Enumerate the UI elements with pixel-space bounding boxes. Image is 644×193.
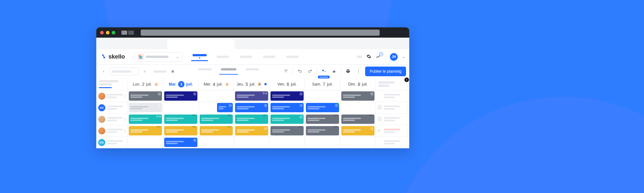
schedule-cell[interactable]: [305, 102, 340, 114]
schedule-cell[interactable]: [234, 137, 270, 148]
view-tab[interactable]: [243, 68, 262, 75]
nav-item[interactable]: [261, 53, 278, 61]
window-tab[interactable]: [128, 31, 134, 35]
schedule-cell[interactable]: [270, 137, 305, 148]
shift-block[interactable]: [341, 126, 374, 135]
nav-item[interactable]: [238, 53, 254, 61]
day-header[interactable]: Lun.2juil.🎂: [128, 78, 163, 90]
schedule-cell[interactable]: [270, 90, 305, 102]
schedule-cell[interactable]: [234, 125, 270, 137]
schedule-cell[interactable]: [305, 137, 340, 148]
day-header[interactable]: Jeu.5juil.🎉: [234, 78, 270, 90]
lock-icon[interactable]: [171, 69, 175, 74]
day-header[interactable]: Sam.7juil.: [305, 78, 340, 90]
shift-block[interactable]: [306, 126, 339, 135]
schedule-cell[interactable]: [128, 137, 163, 148]
schedule-cell[interactable]: [340, 137, 376, 148]
shift-block[interactable]: [341, 91, 374, 101]
nav-item[interactable]: [214, 53, 231, 61]
employee-cell[interactable]: [96, 125, 128, 137]
view-tab[interactable]: [195, 68, 214, 75]
schedule-cell[interactable]: [199, 102, 234, 114]
browser-tab-active[interactable]: [167, 40, 235, 49]
fire-icon[interactable]: [331, 69, 338, 74]
day-header[interactable]: Mar.3juil.: [163, 78, 199, 90]
smart-planning-icon[interactable]: nouveau: [320, 69, 327, 75]
schedule-cell[interactable]: [163, 137, 199, 148]
summary-cell[interactable]: [376, 137, 407, 148]
schedule-cell[interactable]: [128, 114, 163, 125]
schedule-cell[interactable]: [199, 90, 234, 102]
next-week-button[interactable]: ›: [141, 67, 149, 76]
user-avatar[interactable]: JH: [390, 53, 398, 61]
schedule-cell[interactable]: [163, 102, 199, 114]
publish-button[interactable]: Publier le planning: [365, 67, 406, 76]
shop-selector[interactable]: 🏪 ⌄: [134, 52, 182, 62]
shift-block[interactable]: [270, 91, 304, 101]
shift-block[interactable]: [200, 115, 233, 124]
shift-block[interactable]: [270, 103, 304, 112]
shift-block[interactable]: [164, 115, 197, 124]
window-minimize-button[interactable]: [106, 31, 109, 34]
filter-icon[interactable]: [282, 69, 289, 74]
shift-block[interactable]: [341, 115, 374, 124]
print-icon[interactable]: [345, 69, 352, 74]
nav-item[interactable]: [284, 53, 301, 61]
schedule-cell[interactable]: [199, 125, 234, 137]
shift-block[interactable]: [235, 115, 268, 124]
schedule-cell[interactable]: [163, 114, 199, 125]
schedule-cell[interactable]: [305, 125, 340, 137]
analytics-icon[interactable]: 7: [376, 54, 381, 60]
logo[interactable]: skello: [101, 53, 125, 60]
notifications-placeholder[interactable]: [357, 56, 362, 58]
schedule-cell[interactable]: [270, 125, 305, 137]
shift-block[interactable]: [164, 126, 197, 135]
schedule-cell[interactable]: [199, 114, 234, 125]
day-header[interactable]: Mer.4juil.🎂: [199, 78, 234, 90]
shift-block[interactable]: [235, 103, 268, 112]
summary-cell[interactable]: +: [376, 125, 407, 137]
shift-block[interactable]: [306, 115, 339, 124]
schedule-cell[interactable]: [340, 90, 376, 102]
redo-icon[interactable]: [307, 69, 314, 74]
undo-icon[interactable]: [296, 69, 303, 74]
shift-block[interactable]: [129, 126, 162, 135]
shift-block[interactable]: [235, 91, 268, 101]
schedule-cell[interactable]: [234, 114, 270, 125]
summary-cell[interactable]: ⓘ: [376, 102, 407, 114]
schedule-cell[interactable]: [270, 102, 305, 114]
schedule-cell[interactable]: [340, 114, 376, 125]
schedule-cell[interactable]: [340, 102, 376, 114]
schedule-cell[interactable]: [199, 137, 234, 148]
window-maximize-button[interactable]: [112, 31, 115, 34]
prev-week-button[interactable]: ‹: [99, 67, 108, 76]
shift-block[interactable]: [164, 91, 197, 101]
window-tab[interactable]: [121, 31, 127, 35]
summary-cell[interactable]: [376, 90, 407, 102]
day-header[interactable]: Dim.8juil.: [340, 78, 376, 90]
url-bar[interactable]: [141, 30, 380, 36]
browser-tab[interactable]: [232, 41, 297, 49]
shift-block[interactable]: [217, 103, 233, 112]
schedule-cell[interactable]: [340, 125, 376, 137]
schedule-cell[interactable]: [234, 90, 270, 102]
schedule-cell[interactable]: [270, 114, 305, 125]
shift-block[interactable]: [306, 103, 339, 112]
more-icon[interactable]: ⋮: [355, 69, 362, 74]
view-tab-active[interactable]: [219, 68, 238, 75]
employee-cell[interactable]: AC: [96, 102, 128, 114]
shift-block[interactable]: [235, 126, 268, 135]
schedule-cell[interactable]: [305, 90, 340, 102]
chevron-down-icon[interactable]: ⌄: [402, 55, 405, 59]
shift-block[interactable]: [129, 115, 162, 124]
shift-block[interactable]: [270, 126, 304, 135]
window-close-button[interactable]: [100, 31, 104, 34]
settings-icon[interactable]: [366, 54, 371, 60]
schedule-cell[interactable]: [128, 102, 163, 114]
schedule-cell[interactable]: [234, 102, 270, 114]
shift-block[interactable]: [164, 138, 197, 147]
schedule-cell[interactable]: [305, 114, 340, 125]
summary-cell[interactable]: ⓘ: [376, 114, 407, 125]
grid-header-right[interactable]: [376, 78, 407, 90]
schedule-cell[interactable]: [128, 125, 163, 137]
